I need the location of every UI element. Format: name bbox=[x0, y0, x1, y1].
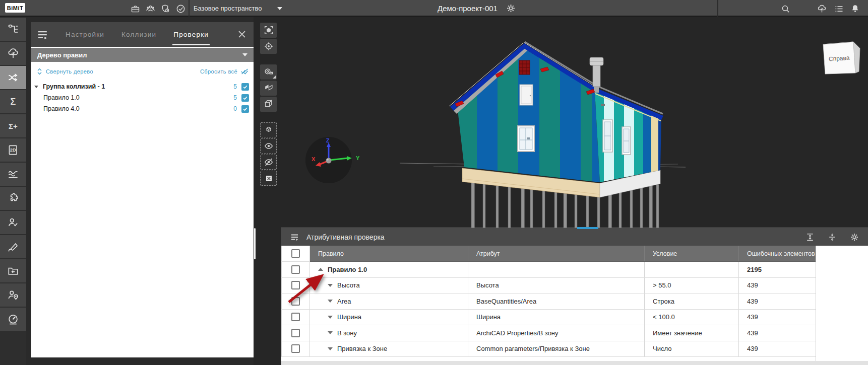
table-row[interactable]: В зонуArchiCAD Properties/В зонуИмеет зн… bbox=[282, 325, 816, 341]
topbar-divider bbox=[189, 0, 190, 17]
row-caret-icon[interactable] bbox=[328, 331, 333, 334]
row-checkbox[interactable] bbox=[291, 265, 300, 274]
table-row[interactable]: Правило 1.02195 bbox=[282, 262, 816, 278]
reset-all-link[interactable]: Сбросить всё bbox=[200, 68, 249, 75]
dashboard-gauge-icon[interactable] bbox=[0, 308, 26, 331]
table-row[interactable]: ВысотаВысота> 55.0439 bbox=[282, 277, 816, 294]
list-icon[interactable] bbox=[833, 3, 845, 15]
row-caret-icon[interactable] bbox=[328, 300, 333, 303]
row-caret-icon[interactable] bbox=[328, 284, 333, 287]
notifications-icon[interactable] bbox=[849, 3, 861, 15]
landscape-tree-icon[interactable] bbox=[0, 42, 26, 65]
sum-add-icon[interactable]: Σ+ bbox=[0, 114, 26, 137]
tree-item[interactable]: Правило 4.00 bbox=[31, 103, 254, 114]
folder-export-icon[interactable] bbox=[0, 259, 26, 282]
bimit-logo[interactable]: BiMiT bbox=[5, 3, 25, 13]
checks-panel: Настройки Коллизии Проверки Дерево прави… bbox=[31, 22, 254, 357]
section-box-button[interactable] bbox=[260, 97, 277, 112]
errors-cell: 439 bbox=[739, 277, 816, 294]
graphs-icon[interactable] bbox=[0, 163, 26, 186]
row-caret-icon[interactable] bbox=[318, 268, 323, 271]
panel-menu-icon[interactable] bbox=[288, 231, 301, 244]
panel-drag-handle[interactable] bbox=[577, 227, 598, 229]
tree-item[interactable]: Правило 1.05 bbox=[31, 92, 254, 103]
svg-text:2D: 2D bbox=[10, 148, 16, 153]
topbar-divider bbox=[717, 0, 718, 17]
sum-icon[interactable]: Σ bbox=[0, 90, 26, 113]
expand-rows-icon[interactable] bbox=[803, 231, 817, 244]
briefcase-icon[interactable] bbox=[129, 3, 141, 15]
collapse-rows-icon[interactable] bbox=[826, 231, 839, 244]
attribute-cell: Ширина bbox=[468, 309, 645, 325]
rule-cell: Ширина bbox=[337, 313, 361, 321]
clear-selection-button[interactable] bbox=[260, 171, 277, 186]
column-header-attribute: Атрибут bbox=[468, 246, 645, 262]
tree-checkbox[interactable] bbox=[241, 94, 249, 102]
panel-menu-icon[interactable] bbox=[36, 28, 49, 41]
row-caret-icon[interactable] bbox=[328, 347, 333, 350]
table-header-row: Правило Атрибут Условие Ошибочных элемен… bbox=[282, 246, 816, 262]
tree-item-label: Группа коллизий - 1 bbox=[43, 83, 229, 90]
rule-cell: Area bbox=[337, 298, 351, 305]
tab-checks[interactable]: Проверки bbox=[172, 24, 210, 45]
attribute-cell: ArchiCAD Properties/В зону bbox=[468, 325, 645, 341]
attribute-check-panel: Атрибутивная проверка bbox=[281, 228, 868, 365]
row-checkbox[interactable] bbox=[291, 281, 300, 289]
plugins-icon[interactable] bbox=[0, 187, 26, 210]
check-circle-icon[interactable] bbox=[174, 3, 187, 15]
2d-view-icon[interactable]: 2D bbox=[0, 138, 26, 162]
table-row[interactable]: Привязка к ЗонеCommon parameters/Привязк… bbox=[282, 341, 816, 357]
tree-item[interactable]: Группа коллизий - 15 bbox=[31, 81, 254, 92]
attribute-cell bbox=[468, 262, 645, 278]
isolate-box-button[interactable] bbox=[260, 122, 277, 137]
settings-gear-icon[interactable] bbox=[848, 231, 861, 244]
condition-cell bbox=[645, 262, 739, 278]
tree-icon[interactable] bbox=[816, 3, 828, 15]
axis-gizmo[interactable]: Z Y X bbox=[305, 137, 360, 183]
tree-item-count: 0 bbox=[229, 105, 237, 112]
shield-check-icon[interactable] bbox=[159, 3, 171, 15]
table-right-gutter bbox=[816, 246, 868, 365]
target-button[interactable] bbox=[260, 39, 277, 54]
rules-tree-header[interactable]: Дерево правил bbox=[31, 48, 254, 62]
row-checkbox[interactable] bbox=[291, 329, 300, 337]
user-location-icon[interactable] bbox=[0, 283, 26, 307]
workspace-selector[interactable]: Базовое пространство bbox=[194, 0, 282, 17]
table-row[interactable]: AreaBaseQuantities/AreaСтрока439 bbox=[282, 294, 816, 310]
axis-y-label: Y bbox=[356, 155, 360, 161]
select-all-checkbox[interactable] bbox=[291, 249, 300, 258]
nav-cube-label: Справа bbox=[829, 54, 850, 63]
table-row[interactable]: ШиринаШирина< 100.0439 bbox=[282, 309, 816, 325]
tree-checkbox[interactable] bbox=[241, 83, 249, 91]
tree-checkbox[interactable] bbox=[241, 105, 249, 113]
column-header-condition: Условие bbox=[645, 246, 739, 262]
hide-selection-button[interactable] bbox=[260, 155, 277, 170]
construction-trowel-icon[interactable] bbox=[0, 235, 26, 258]
rule-cell: Привязка к Зоне bbox=[337, 345, 387, 352]
user-check-icon[interactable] bbox=[0, 211, 26, 234]
search-icon[interactable] bbox=[779, 3, 791, 15]
measure-button[interactable] bbox=[260, 64, 277, 80]
tree-caret-icon[interactable] bbox=[34, 86, 38, 88]
condition-cell: Имеет значение bbox=[645, 325, 739, 341]
row-caret-icon[interactable] bbox=[328, 316, 333, 319]
collisions-shuffle-icon[interactable] bbox=[0, 66, 26, 89]
nav-cube[interactable]: Справа bbox=[823, 42, 860, 74]
row-checkbox[interactable] bbox=[291, 313, 300, 321]
section-plane-button[interactable] bbox=[260, 81, 277, 96]
collapse-tree-link[interactable]: Свернуть дерево bbox=[36, 68, 93, 75]
structure-tree-icon[interactable] bbox=[0, 18, 26, 41]
close-icon[interactable] bbox=[237, 30, 246, 39]
column-header-rule: Правило bbox=[310, 246, 468, 262]
project-settings-gear-icon[interactable] bbox=[505, 3, 517, 15]
show-selection-button[interactable] bbox=[260, 138, 277, 154]
panel-tab-bar: Настройки Коллизии Проверки bbox=[31, 22, 254, 47]
row-checkbox[interactable] bbox=[291, 297, 300, 306]
team-icon[interactable] bbox=[144, 3, 156, 15]
tab-collisions[interactable]: Коллизии bbox=[120, 24, 157, 45]
row-checkbox[interactable] bbox=[291, 344, 300, 353]
tab-settings[interactable]: Настройки bbox=[65, 24, 105, 45]
horizontal-scrollbar[interactable] bbox=[281, 361, 868, 365]
panel-scrollbar[interactable] bbox=[254, 228, 256, 259]
fit-focus-button[interactable] bbox=[260, 23, 277, 38]
